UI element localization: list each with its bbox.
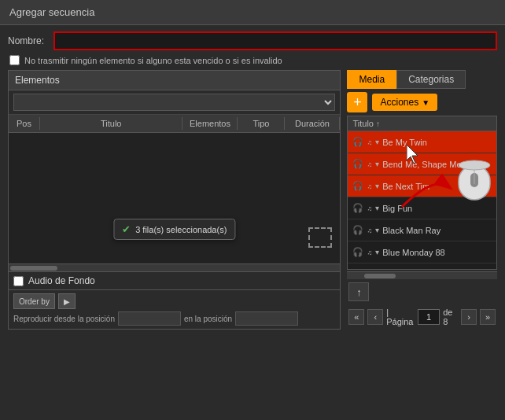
bottom-controls: Order by ▶ Reproducir desde la posición …: [9, 289, 340, 329]
left-panel: Elementos Pos Titulo Elementos Tipo Dura…: [8, 70, 341, 330]
right-scrollbar[interactable]: [347, 271, 497, 279]
list-item[interactable]: 🎧 ♫ ▾ Blue Monday 88: [348, 241, 496, 263]
page-input[interactable]: [418, 309, 440, 325]
media-selector[interactable]: [13, 94, 335, 111]
posicion-input[interactable]: [118, 311, 181, 326]
checkbox-label: No trasmitir ningún elemento si alguno e…: [24, 56, 282, 65]
list-item[interactable]: 🎧 ♫ ▾ Black Man Ray: [348, 219, 496, 241]
expand-icon[interactable]: ▾: [375, 248, 379, 256]
th-duracion: Duración: [285, 117, 340, 130]
headphone-icon: 🎧: [352, 137, 363, 147]
expand-icon[interactable]: ▾: [375, 138, 379, 146]
page-first-btn[interactable]: «: [348, 309, 364, 325]
acciones-button[interactable]: Acciones ▼: [372, 94, 437, 111]
nombre-label: Nombre:: [8, 35, 47, 46]
list-item[interactable]: 🎧 ♫ ▾ Be My Twin: [348, 131, 496, 153]
headphone-icon: 🎧: [352, 225, 363, 235]
media-item-title: Be My Twin: [382, 138, 492, 147]
dashed-selection-box: [308, 227, 332, 248]
expand-icon[interactable]: ▾: [375, 226, 379, 234]
headphone2-icon: ♫: [367, 182, 372, 190]
headphone-icon: 🎧: [352, 247, 363, 257]
media-item-title: Blue Monday 88: [382, 248, 492, 257]
mouse-illustration: [457, 156, 492, 204]
tab-row: Media Categorias: [347, 70, 497, 89]
page-last-btn[interactable]: »: [480, 309, 496, 325]
headphone2-icon: ♫: [367, 227, 372, 234]
headphone-icon: 🎧: [352, 159, 363, 169]
headphone2-icon: ♫: [367, 204, 372, 212]
selection-text: 3 fila(s) seleccionada(s): [135, 225, 227, 234]
scroll-thumb: [10, 266, 57, 271]
svg-point-3: [459, 160, 490, 170]
page-prev-btn[interactable]: ‹: [367, 309, 383, 325]
titulo-col-header: Titulo ↑: [352, 119, 492, 128]
tab-categorias[interactable]: Categorias: [396, 70, 466, 89]
en-la-posicion-label: en la posición: [184, 315, 232, 323]
headphone-icon: 🎧: [352, 181, 363, 191]
elementos-header: Elementos: [9, 71, 340, 90]
audio-label: Audio de Fondo: [28, 275, 95, 286]
chevron-down-icon: ▼: [422, 98, 429, 107]
arrow-right-btn[interactable]: ▶: [58, 293, 76, 309]
tab-media[interactable]: Media: [347, 70, 396, 89]
media-list-header: Titulo ↑: [348, 116, 496, 131]
headphone-icon: 🎧: [352, 203, 363, 213]
headphone2-icon: ♫: [367, 249, 372, 256]
nombre-input[interactable]: [53, 31, 497, 50]
headphone2-icon: ♫: [367, 160, 372, 168]
acciones-label: Acciones: [380, 97, 418, 108]
expand-icon[interactable]: ▾: [375, 204, 379, 212]
h-scrollbar[interactable]: [9, 263, 340, 271]
selection-badge: ✔ 3 fila(s) seleccionada(s): [113, 219, 235, 240]
de-label: de 8: [443, 308, 458, 326]
check-icon: ✔: [122, 223, 131, 235]
th-elementos: Elementos: [182, 117, 238, 130]
actions-row: + Acciones ▼: [347, 92, 497, 112]
expand-icon[interactable]: ▾: [375, 182, 379, 190]
title-bar: Agregar secuencia: [0, 0, 505, 25]
th-tipo: Tipo: [238, 117, 285, 130]
expand-icon[interactable]: ▾: [375, 160, 379, 168]
audio-row: Audio de Fondo: [9, 271, 340, 289]
add-button[interactable]: +: [347, 92, 367, 112]
upload-button[interactable]: ↑: [348, 282, 369, 301]
no-transmitir-checkbox[interactable]: [9, 55, 20, 65]
table-header: Pos Titulo Elementos Tipo Duración: [9, 115, 340, 133]
order-btn[interactable]: Order by: [13, 293, 55, 309]
posicion2-input[interactable]: [235, 311, 298, 326]
media-item-title: Black Man Ray: [382, 226, 492, 235]
right-scroll-thumb: [364, 274, 396, 278]
sort-icon: ↑: [376, 120, 380, 128]
media-list: Titulo ↑ 🎧 ♫ ▾ Be My Twin 🎧 ♫ ▾ Bend Me,…: [347, 116, 497, 270]
pagina-label: | Página: [386, 308, 415, 326]
upload-row: ↑: [347, 279, 497, 304]
table-body: ✔ 3 fila(s) seleccionada(s): [9, 133, 340, 263]
th-pos: Pos: [9, 117, 40, 130]
page-next-btn[interactable]: ›: [461, 309, 477, 325]
title-text: Agregar secuencia: [9, 6, 94, 18]
th-titulo: Titulo: [40, 117, 182, 130]
right-panel: Media Categorias + Acciones ▼ Titulo ↑: [347, 70, 497, 330]
pagination-row: « ‹ | Página de 8 › »: [347, 304, 497, 330]
audio-checkbox[interactable]: [13, 276, 24, 286]
headphone2-icon: ♫: [367, 138, 372, 146]
reproducir-label: Reproducir desde la posición: [13, 315, 115, 323]
red-arrow-container: [394, 168, 457, 213]
